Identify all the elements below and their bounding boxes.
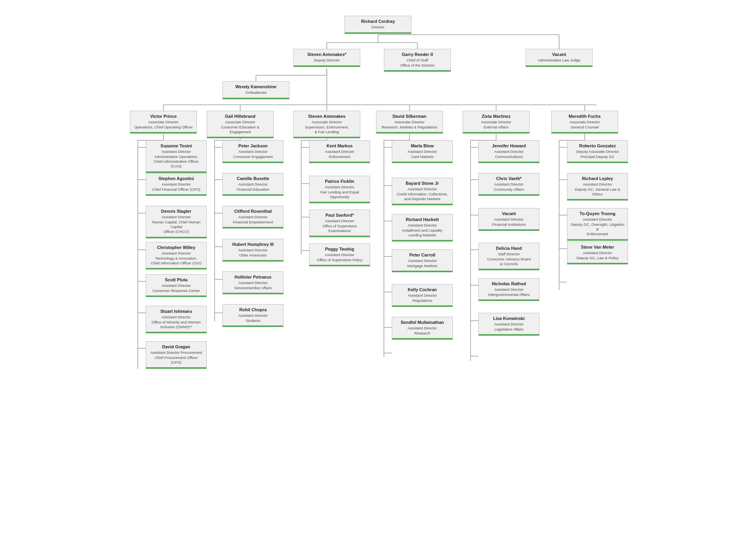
assoc-research-node: David Silberman Associate DirectorResear… [376,111,443,134]
paul-sanford-node: Paul Sanford* Assistant DirectorOffice o… [309,210,370,237]
assoc-general-counsel-node: Meredith Fuchs Associate DirectorGeneral… [551,111,618,134]
camille-busette-node: Camille Busette Assistant DirectorFinanc… [222,173,284,196]
marla-blow-node: Marla Blow Assistant DirectorCard Market… [392,140,453,163]
peter-jackson-node: Peter Jackson Assistant DirectorConsumer… [222,140,284,163]
chris-vaeth-node: Chris Vaeth* Assistant DirectorCommunity… [478,173,539,196]
bayard-stone-node: Bayard Stone Jr Assistant DirectorCredit… [392,178,453,205]
assoc-operations-node: Victor Prince Associate DirectorOperatio… [130,111,197,134]
ombudsman-node: Wendy Kamenshine Ombudsman [222,81,289,99]
suzanne-tosini-node: Suzanne Tosini Assistant DirectorAdminis… [146,140,207,173]
delicia-hand-node: Delicia Hand Staff DirectorConsumer Advi… [478,243,539,270]
peggy-twohig-node: Peggy Twohig Assistant DirectorOffice of… [309,243,370,266]
hollister-petraeus-node: Hollister Petraeus Assistant DirectorSer… [222,271,284,294]
rohit-chopra-node: Rohit Chopra Assistant DirectorStudents [222,304,284,327]
vacant-financial-node: Vacant Assistant DirectorFinancial Insti… [478,208,539,231]
steve-van-meter-node: Steve Van Meter Assistant DirectorDeputy… [567,242,628,264]
assoc-consumer-ed-node: Gail Hillebrand Associate DirectorConsum… [207,111,274,138]
admin-law-judge-node: Vacant Administrative Law Judge [526,49,593,67]
david-gragan-node: David Gragan Assistant Director Procurem… [146,341,207,369]
patrice-ficklin-node: Patrice Ficklin Assistant DirectorFair L… [309,176,370,203]
chief-of-staff-node: Garry Reeder II Chief of StaffOffice of … [384,49,451,72]
clifford-rosenthal-node: Clifford Rosenthal Assistant DirectorFin… [222,206,284,229]
roberto-gonzalez-node: Roberto Gonzalez Deputy Associate Direct… [567,140,628,163]
jennifer-howard-node: Jennifer Howard Assistant DirectorCommun… [478,140,539,163]
richard-lepley-node: Richard Lepley Assistant DirectorDeputy … [567,173,628,201]
deputy-director-node: Steven Antonakes* Deputy Director [293,49,360,67]
assoc-external-node: Zixta Martinez Associate DirectorExterna… [463,111,530,134]
kent-markus-node: Kent Markus Assistant DirectorEnforcemen… [309,140,370,163]
nicholas-rathod-node: Nicholas Rathod Assistant DirectorInterg… [478,278,539,301]
hubert-humphrey-node: Hubert Humphrey III Assistant DirectorOl… [222,239,284,262]
kelly-cochran-node: Kelly Cochran Assistant DirectorRegulati… [392,284,453,307]
richard-hackett-node: Richard Hackett Assistant DirectorInstal… [392,214,453,242]
sendhil-mullainathan-node: Sendhil Mullainathan Assistant DirectorR… [392,317,453,340]
peter-carroll-node: Peter Carroll Assistant DirectorMortgage… [392,249,453,272]
org-chart-container: Richard Cordray Director Steven Antonake… [126,14,630,487]
stephen-agostini-node: Stephen Agostini Assistant DirectorChief… [146,173,207,196]
assoc-supervision-node: Steven Antonakes Associate DirectorSuper… [293,111,360,138]
org-chart-page: Richard Cordray Director Steven Antonake… [8,8,748,539]
christopher-willey-node: Christopher Willey Assistant DirectorTec… [146,242,207,270]
stuart-ishimaru-node: Stuart Ishimaru Assistant DirectorOffice… [146,306,207,333]
lisa-konwinski-node: Lisa Konwinski Assistant DirectorLegisla… [478,313,539,336]
director-node: Richard Cordray Director [345,16,411,34]
dennis-slagter-node: Dennis Slagter Assistant DirectorHuman C… [146,206,207,238]
to-quyen-truong-node: To-Quyen Truong Assistant DirectorDeputy… [567,208,628,241]
scott-pluta-node: Scott Pluta Assistant DirectorConsumer R… [146,274,207,297]
